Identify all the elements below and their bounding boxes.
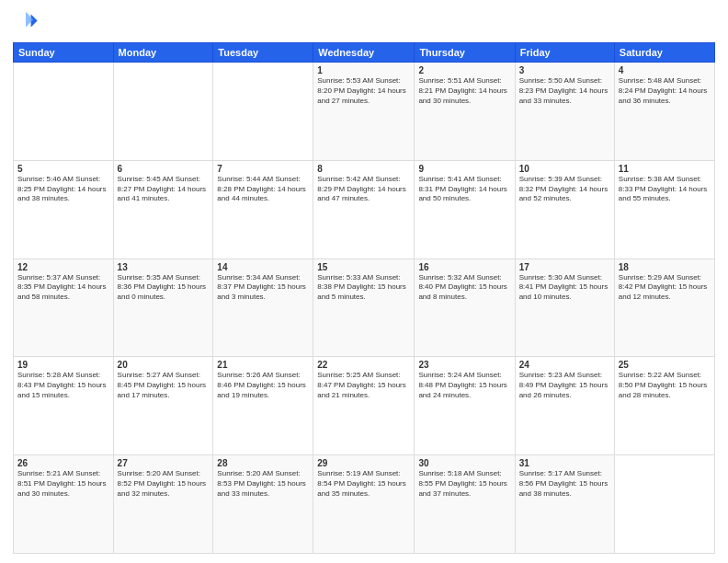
day-number: 27 (118, 458, 210, 468)
day-info: Sunrise: 5:39 AM Sunset: 8:32 PM Dayligh… (519, 175, 610, 204)
calendar-cell: 8Sunrise: 5:42 AM Sunset: 8:29 PM Daylig… (313, 160, 415, 259)
calendar-cell: 9Sunrise: 5:41 AM Sunset: 8:31 PM Daylig… (415, 160, 515, 259)
day-info: Sunrise: 5:20 AM Sunset: 8:52 PM Dayligh… (118, 469, 210, 499)
day-info: Sunrise: 5:48 AM Sunset: 8:24 PM Dayligh… (619, 76, 711, 106)
day-info: Sunrise: 5:27 AM Sunset: 8:45 PM Dayligh… (118, 371, 210, 400)
day-info: Sunrise: 5:53 AM Sunset: 8:20 PM Dayligh… (317, 76, 410, 106)
day-number: 12 (17, 262, 109, 272)
calendar-cell: 24Sunrise: 5:23 AM Sunset: 8:49 PM Dayli… (515, 357, 614, 455)
day-number: 17 (519, 262, 610, 272)
day-number: 26 (17, 458, 109, 468)
calendar-week-4: 26Sunrise: 5:21 AM Sunset: 8:51 PM Dayli… (14, 455, 715, 554)
day-number: 1 (317, 65, 410, 75)
calendar-cell: 6Sunrise: 5:45 AM Sunset: 8:27 PM Daylig… (113, 160, 213, 259)
day-info: Sunrise: 5:24 AM Sunset: 8:48 PM Dayligh… (418, 371, 510, 400)
calendar-week-3: 19Sunrise: 5:28 AM Sunset: 8:43 PM Dayli… (14, 357, 715, 455)
day-number: 19 (17, 360, 109, 370)
calendar-cell: 16Sunrise: 5:32 AM Sunset: 8:40 PM Dayli… (415, 259, 515, 357)
day-number: 2 (418, 65, 510, 75)
weekday-header-saturday: Saturday (614, 43, 714, 63)
day-info: Sunrise: 5:29 AM Sunset: 8:42 PM Dayligh… (619, 273, 711, 303)
day-number: 29 (317, 458, 410, 468)
calendar-cell: 5Sunrise: 5:46 AM Sunset: 8:25 PM Daylig… (14, 160, 114, 259)
calendar-cell: 18Sunrise: 5:29 AM Sunset: 8:42 PM Dayli… (614, 259, 714, 357)
day-info: Sunrise: 5:23 AM Sunset: 8:49 PM Dayligh… (519, 371, 610, 400)
calendar-week-0: 1Sunrise: 5:53 AM Sunset: 8:20 PM Daylig… (14, 63, 715, 161)
calendar-cell: 17Sunrise: 5:30 AM Sunset: 8:41 PM Dayli… (515, 259, 614, 357)
day-number: 11 (619, 164, 711, 174)
calendar-cell: 13Sunrise: 5:35 AM Sunset: 8:36 PM Dayli… (113, 259, 213, 357)
day-number: 13 (118, 262, 210, 272)
weekday-header-friday: Friday (515, 43, 614, 63)
day-number: 30 (418, 458, 510, 468)
day-number: 16 (418, 262, 510, 272)
calendar-cell: 20Sunrise: 5:27 AM Sunset: 8:45 PM Dayli… (113, 357, 213, 455)
day-number: 23 (418, 360, 510, 370)
day-number: 4 (619, 65, 711, 75)
calendar-cell: 11Sunrise: 5:38 AM Sunset: 8:33 PM Dayli… (614, 160, 714, 259)
day-number: 28 (217, 458, 309, 468)
day-number: 7 (217, 164, 309, 174)
day-number: 10 (519, 164, 610, 174)
weekday-header-wednesday: Wednesday (313, 43, 415, 63)
day-info: Sunrise: 5:44 AM Sunset: 8:28 PM Dayligh… (217, 175, 309, 204)
day-number: 18 (619, 262, 711, 272)
day-info: Sunrise: 5:34 AM Sunset: 8:37 PM Dayligh… (217, 273, 309, 303)
day-info: Sunrise: 5:26 AM Sunset: 8:46 PM Dayligh… (217, 371, 309, 400)
weekday-header-monday: Monday (113, 43, 213, 63)
day-info: Sunrise: 5:25 AM Sunset: 8:47 PM Dayligh… (317, 371, 410, 400)
calendar-cell: 21Sunrise: 5:26 AM Sunset: 8:46 PM Dayli… (213, 357, 313, 455)
logo-icon (13, 9, 39, 35)
calendar-cell (213, 63, 313, 161)
calendar-cell: 12Sunrise: 5:37 AM Sunset: 8:35 PM Dayli… (14, 259, 114, 357)
day-number: 15 (317, 262, 410, 272)
day-number: 21 (217, 360, 309, 370)
day-info: Sunrise: 5:19 AM Sunset: 8:54 PM Dayligh… (317, 469, 410, 499)
day-info: Sunrise: 5:20 AM Sunset: 8:53 PM Dayligh… (217, 469, 309, 499)
day-number: 9 (418, 164, 510, 174)
day-number: 6 (118, 164, 210, 174)
day-info: Sunrise: 5:21 AM Sunset: 8:51 PM Dayligh… (17, 469, 109, 499)
calendar-cell: 30Sunrise: 5:18 AM Sunset: 8:55 PM Dayli… (415, 455, 515, 554)
calendar-cell: 27Sunrise: 5:20 AM Sunset: 8:52 PM Dayli… (113, 455, 213, 554)
day-info: Sunrise: 5:33 AM Sunset: 8:38 PM Dayligh… (317, 273, 410, 303)
calendar-cell: 26Sunrise: 5:21 AM Sunset: 8:51 PM Dayli… (14, 455, 114, 554)
day-info: Sunrise: 5:30 AM Sunset: 8:41 PM Dayligh… (519, 273, 610, 303)
calendar-header: SundayMondayTuesdayWednesdayThursdayFrid… (14, 43, 715, 63)
weekday-header-sunday: Sunday (14, 43, 114, 63)
calendar-body: 1Sunrise: 5:53 AM Sunset: 8:20 PM Daylig… (14, 63, 715, 554)
day-number: 14 (217, 262, 309, 272)
day-number: 3 (519, 65, 610, 75)
page: SundayMondayTuesdayWednesdayThursdayFrid… (0, 0, 728, 563)
day-info: Sunrise: 5:17 AM Sunset: 8:56 PM Dayligh… (519, 469, 610, 499)
day-number: 5 (17, 164, 109, 174)
calendar-cell: 2Sunrise: 5:51 AM Sunset: 8:21 PM Daylig… (415, 63, 515, 161)
day-number: 25 (619, 360, 711, 370)
calendar-cell: 10Sunrise: 5:39 AM Sunset: 8:32 PM Dayli… (515, 160, 614, 259)
calendar-cell: 3Sunrise: 5:50 AM Sunset: 8:23 PM Daylig… (515, 63, 614, 161)
day-number: 24 (519, 360, 610, 370)
day-info: Sunrise: 5:28 AM Sunset: 8:43 PM Dayligh… (17, 371, 109, 400)
weekday-header-thursday: Thursday (415, 43, 515, 63)
calendar-cell: 7Sunrise: 5:44 AM Sunset: 8:28 PM Daylig… (213, 160, 313, 259)
day-number: 8 (317, 164, 410, 174)
calendar-cell: 19Sunrise: 5:28 AM Sunset: 8:43 PM Dayli… (14, 357, 114, 455)
calendar-cell: 22Sunrise: 5:25 AM Sunset: 8:47 PM Dayli… (313, 357, 415, 455)
calendar-cell: 23Sunrise: 5:24 AM Sunset: 8:48 PM Dayli… (415, 357, 515, 455)
calendar-cell: 25Sunrise: 5:22 AM Sunset: 8:50 PM Dayli… (614, 357, 714, 455)
day-info: Sunrise: 5:42 AM Sunset: 8:29 PM Dayligh… (317, 175, 410, 204)
logo (13, 9, 42, 35)
calendar-table: SundayMondayTuesdayWednesdayThursdayFrid… (13, 42, 715, 554)
calendar-cell: 14Sunrise: 5:34 AM Sunset: 8:37 PM Dayli… (213, 259, 313, 357)
calendar-cell: 28Sunrise: 5:20 AM Sunset: 8:53 PM Dayli… (213, 455, 313, 554)
weekday-row: SundayMondayTuesdayWednesdayThursdayFrid… (14, 43, 715, 63)
calendar-cell: 29Sunrise: 5:19 AM Sunset: 8:54 PM Dayli… (313, 455, 415, 554)
calendar-week-2: 12Sunrise: 5:37 AM Sunset: 8:35 PM Dayli… (14, 259, 715, 357)
header (13, 9, 715, 35)
day-info: Sunrise: 5:38 AM Sunset: 8:33 PM Dayligh… (619, 175, 711, 204)
day-info: Sunrise: 5:50 AM Sunset: 8:23 PM Dayligh… (519, 76, 610, 106)
calendar-cell (614, 455, 714, 554)
calendar-cell: 31Sunrise: 5:17 AM Sunset: 8:56 PM Dayli… (515, 455, 614, 554)
calendar-cell (14, 63, 114, 161)
day-info: Sunrise: 5:46 AM Sunset: 8:25 PM Dayligh… (17, 175, 109, 204)
